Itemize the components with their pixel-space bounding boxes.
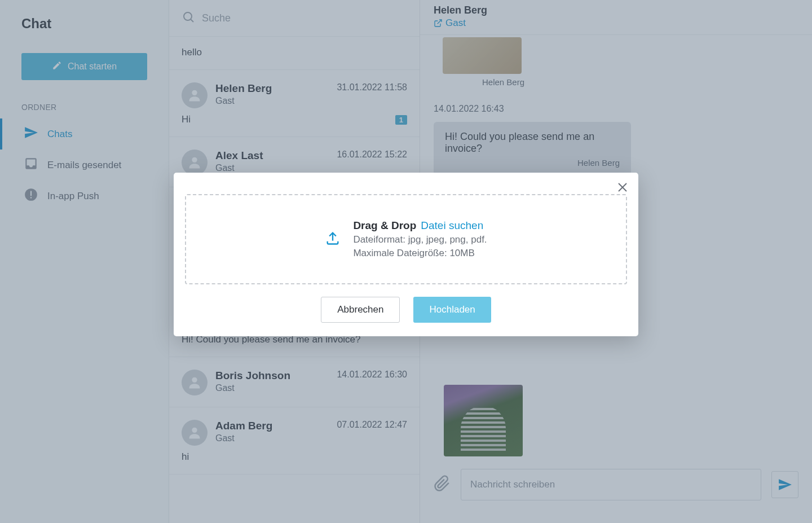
browse-file-link[interactable]: Datei suchen: [421, 219, 483, 232]
upload-button[interactable]: Hochladen: [413, 297, 491, 323]
drag-drop-label: Drag & Drop: [353, 219, 416, 232]
file-format-hint: Dateiformat: jpg, jpeg, png, pdf.: [353, 234, 487, 245]
cancel-button[interactable]: Abbrechen: [321, 297, 400, 323]
upload-modal: Drag & Drop Datei suchen Dateiformat: jp…: [174, 173, 638, 336]
modal-overlay[interactable]: Drag & Drop Datei suchen Dateiformat: jp…: [0, 0, 812, 523]
file-size-hint: Maximale Dateigröße: 10MB: [353, 248, 487, 259]
close-icon[interactable]: [616, 181, 629, 194]
upload-icon: [325, 230, 341, 248]
dropzone[interactable]: Drag & Drop Datei suchen Dateiformat: jp…: [185, 194, 627, 284]
